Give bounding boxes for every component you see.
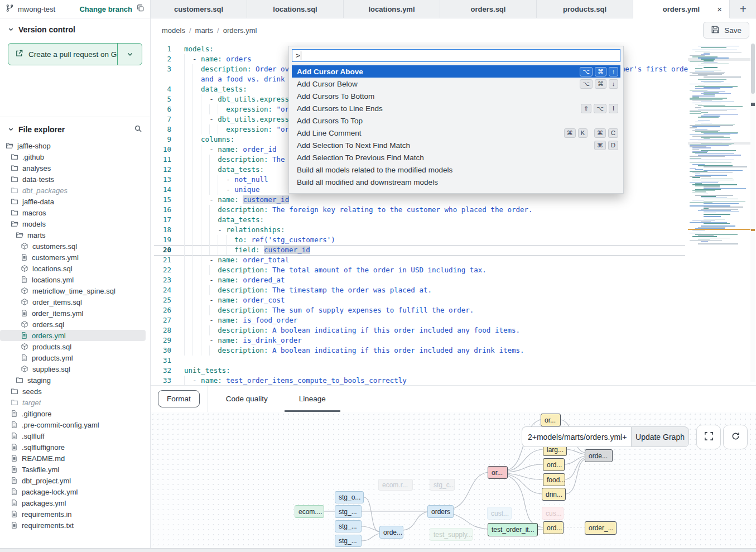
lineage-node[interactable]: drin... — [542, 488, 566, 501]
tree-item-.gitignore[interactable]: .gitignore — [0, 408, 146, 419]
tree-item-requirements.in[interactable]: requirements.in — [0, 508, 146, 520]
tree-item-jaffle-shop[interactable]: jaffle-shop — [0, 140, 146, 151]
lineage-node[interactable]: or... — [541, 414, 561, 426]
code-editor[interactable]: 1models:2- name: orders3description: Ord… — [151, 42, 756, 385]
tree-item-customers.yml[interactable]: customers.yml — [0, 252, 146, 263]
tree-item-seeds[interactable]: seeds — [0, 386, 146, 397]
tree-item-Taskfile.yml[interactable]: Taskfile.yml — [0, 464, 146, 475]
palette-item[interactable]: Add Cursors to Line Ends⇧⌥I — [292, 102, 620, 114]
tree-item-customers.sql[interactable]: customers.sql — [0, 241, 146, 252]
tree-item-orders.sql[interactable]: orders.sql — [0, 319, 146, 330]
model-icon — [21, 265, 28, 272]
lineage-node[interactable]: ord... — [543, 458, 565, 471]
tree-item-packages.yml[interactable]: packages.yml — [0, 497, 146, 508]
tree-item-package-lock.yml[interactable]: package-lock.yml — [0, 486, 146, 497]
copy-icon[interactable] — [136, 4, 145, 14]
tree-item-models[interactable]: models — [0, 218, 146, 229]
palette-item[interactable]: Build all models related to the modified… — [292, 164, 620, 176]
tree-item-order_items.yml[interactable]: order_items.yml — [0, 308, 146, 319]
search-icon[interactable] — [134, 124, 142, 135]
version-control-header[interactable]: Version control — [0, 25, 150, 34]
tab-products.sql[interactable]: products.sql — [537, 0, 633, 18]
tree-item-README.md[interactable]: README.md — [0, 453, 146, 464]
tree-item-.sqlfluffignore[interactable]: .sqlfluffignore — [0, 441, 146, 453]
panel-tab-lineage[interactable]: Lineage — [283, 386, 341, 412]
breadcrumb-item[interactable]: models — [162, 26, 185, 35]
lineage-node[interactable]: stg_... — [335, 505, 362, 518]
palette-item[interactable]: Add Line Comment⌘K⌘C — [292, 127, 620, 139]
tab-customers.sql[interactable]: customers.sql — [151, 0, 247, 18]
tree-item-products.yml[interactable]: products.yml — [0, 352, 146, 363]
lineage-node[interactable]: ecom.r... — [378, 479, 413, 491]
tree-item-metricflow_time_spine.sql[interactable]: metricflow_time_spine.sql — [0, 285, 146, 296]
lineage-node[interactable]: orders — [427, 505, 454, 518]
change-branch-link[interactable]: Change branch — [79, 5, 132, 13]
palette-item[interactable]: Add Selection To Previous Find Match — [292, 151, 620, 164]
lineage-node[interactable]: cust... — [487, 507, 512, 520]
breadcrumb-item[interactable]: orders.yml — [223, 26, 257, 35]
lineage-node[interactable]: cus... — [542, 507, 564, 520]
tree-item-locations.sql[interactable]: locations.sql — [0, 263, 146, 274]
palette-item[interactable]: Build all modified and downstream models — [292, 176, 620, 188]
file-explorer-header[interactable]: File explorer — [0, 117, 150, 140]
new-tab-button[interactable]: + — [730, 0, 756, 18]
tree-item-requirements.txt[interactable]: requirements.txt — [0, 520, 146, 531]
tree-item-target[interactable]: target — [0, 397, 146, 408]
palette-item[interactable]: Add Cursors To Top — [292, 114, 620, 127]
command-palette-input[interactable]: > — [292, 49, 620, 62]
scrollbar-thumb[interactable] — [751, 44, 755, 94]
tab-orders.sql[interactable]: orders.sql — [440, 0, 537, 18]
create-pr-button[interactable]: Create a pull request on Git... — [8, 43, 142, 65]
panel-tab-code-quality[interactable]: Code quality — [210, 386, 283, 412]
tree-item-locations.yml[interactable]: locations.yml — [0, 274, 146, 285]
palette-item[interactable]: Add Selection To Next Find Match⌘D — [292, 139, 620, 151]
main-area: customers.sqllocations.sqllocations.ymlo… — [151, 0, 756, 552]
save-button[interactable]: Save — [703, 22, 749, 39]
tab-orders.yml[interactable]: orders.yml× — [633, 0, 730, 18]
refresh-button[interactable] — [723, 425, 748, 449]
palette-item[interactable]: Add Cursor Below⌥⌘↓ — [292, 78, 620, 90]
tree-item-staging[interactable]: staging — [0, 375, 146, 386]
lineage-node[interactable]: stg_... — [335, 535, 362, 547]
update-graph-button[interactable]: Update Graph — [631, 426, 689, 447]
pr-dropdown-caret[interactable] — [117, 44, 142, 65]
lineage-canvas[interactable]: ecom.r...stg_c...stg_o...ecom....stg_...… — [151, 412, 756, 548]
tree-item-.sqlfluff[interactable]: .sqlfluff — [0, 430, 146, 441]
lineage-node[interactable]: orde... — [585, 449, 613, 462]
tree-item-marts[interactable]: marts — [0, 229, 146, 241]
lineage-node[interactable]: test_order_it... — [488, 523, 538, 536]
format-button[interactable]: Format — [158, 390, 200, 407]
file-icon — [21, 276, 28, 284]
lineage-node[interactable]: stg_c... — [430, 479, 455, 491]
lineage-selector-input[interactable]: 2+models/marts/orders.yml+ — [522, 426, 631, 447]
tree-item-products.sql[interactable]: products.sql — [0, 341, 146, 352]
lineage-node[interactable]: stg_... — [335, 520, 362, 532]
tree-item-dbt_packages[interactable]: dbt_packages — [0, 185, 146, 196]
lineage-node[interactable]: orde... — [379, 526, 403, 539]
tree-item-orders.yml[interactable]: orders.yml — [0, 330, 146, 341]
tree-item-supplies.sql[interactable]: supplies.sql — [0, 363, 146, 375]
tree-item-.github[interactable]: .github — [0, 151, 146, 162]
tree-item-jaffle-data[interactable]: jaffle-data — [0, 196, 146, 207]
lineage-node[interactable]: stg_o... — [335, 491, 364, 503]
lineage-node[interactable]: test_supply... — [430, 528, 473, 541]
lineage-node[interactable]: ord... — [543, 521, 564, 534]
tab-locations.sql[interactable]: locations.sql — [247, 0, 344, 18]
lineage-node[interactable]: ecom.... — [295, 505, 324, 518]
breadcrumb-item[interactable]: marts — [195, 26, 214, 35]
palette-item[interactable]: Add Cursors To Bottom — [292, 90, 620, 102]
tree-item-dbt_project.yml[interactable]: dbt_project.yml — [0, 475, 146, 486]
tree-item-macros[interactable]: macros — [0, 207, 146, 218]
lineage-node[interactable]: or... — [488, 466, 508, 479]
tree-item-data-tests[interactable]: data-tests — [0, 174, 146, 185]
lineage-node[interactable]: food... — [543, 473, 565, 486]
tree-item-.pre-commit-config.yaml[interactable]: .pre-commit-config.yaml — [0, 419, 146, 430]
editor-scrollbar[interactable] — [750, 44, 755, 382]
tab-locations.yml[interactable]: locations.yml — [344, 0, 440, 18]
tree-item-analyses[interactable]: analyses — [0, 162, 146, 174]
lineage-node[interactable]: order_... — [585, 521, 617, 535]
fullscreen-button[interactable] — [696, 425, 721, 449]
tree-item-order_items.sql[interactable]: order_items.sql — [0, 296, 146, 308]
palette-item[interactable]: Add Cursor Above⌥⌘↑ — [292, 65, 620, 78]
close-icon[interactable]: × — [717, 4, 722, 14]
